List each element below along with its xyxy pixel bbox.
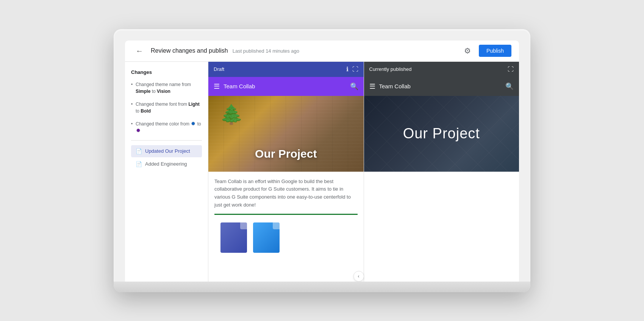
published-hero: Our Project xyxy=(364,96,519,172)
change-item-theme-color: Changed theme color from to xyxy=(131,121,202,134)
draft-panel-label: Draft xyxy=(214,66,346,72)
published-expand-icon[interactable]: ⛶ xyxy=(508,66,514,73)
nav-label-1: Updated Our Project xyxy=(145,148,190,154)
header-subtitle: Last published 14 minutes ago xyxy=(233,48,299,54)
draft-search-icon[interactable]: 🔍 xyxy=(350,82,358,91)
draft-header-icons: ℹ ⛶ xyxy=(346,66,358,73)
sidebar-divider xyxy=(131,140,202,141)
app-header: ← Review changes and publish Last publis… xyxy=(125,41,519,62)
laptop-screen: ← Review changes and publish Last publis… xyxy=(125,41,519,282)
change-from-2: Light xyxy=(188,102,199,107)
change-from-1: Simple xyxy=(136,89,150,94)
doc-shape-1 xyxy=(220,222,247,253)
draft-hero: Our Project xyxy=(208,96,364,172)
doc-icon-1: 📄 xyxy=(136,148,142,154)
draft-divider xyxy=(214,214,358,215)
sidebar-title: Changes xyxy=(131,69,202,75)
published-body xyxy=(364,172,519,282)
change-to-2: Bold xyxy=(141,108,151,114)
draft-site-title: Team Collab xyxy=(224,83,350,89)
draft-panel: Draft ℹ ⛶ ☰ Team Collab 🔍 xyxy=(208,62,364,282)
change-item-theme-name: Changed theme name from Simple to Vision xyxy=(131,81,202,95)
nav-item-engineering[interactable]: 📄 Added Engineering xyxy=(131,158,202,170)
draft-hero-title: Our Project xyxy=(255,147,317,160)
doc-shape-2 xyxy=(253,222,280,253)
change-item-theme-font: Changed theme font from Light to Bold xyxy=(131,101,202,114)
draft-panel-header: Draft ℹ ⛶ xyxy=(208,62,364,77)
published-search-icon[interactable]: 🔍 xyxy=(505,82,514,91)
publish-button[interactable]: Publish xyxy=(479,45,511,57)
preview-area: Draft ℹ ⛶ ☰ Team Collab 🔍 xyxy=(208,62,519,282)
published-panel-header: Currently published ⛶ xyxy=(364,62,519,77)
main-content: Changes Changed theme name from Simple t… xyxy=(125,62,519,282)
draft-site-header: ☰ Team Collab 🔍 xyxy=(208,77,364,96)
nav-label-2: Added Engineering xyxy=(145,161,187,167)
scroll-arrow-icon: ‹ xyxy=(358,274,360,279)
published-menu-icon[interactable]: ☰ xyxy=(369,82,375,91)
scroll-indicator[interactable]: ‹ xyxy=(353,271,364,282)
published-header-icons: ⛶ xyxy=(508,66,514,73)
change-to-1: Vision xyxy=(157,89,170,94)
laptop-frame: ← Review changes and publish Last publis… xyxy=(114,29,530,292)
laptop-base xyxy=(114,282,530,292)
draft-body-text: Team Collab is an effort within Google t… xyxy=(214,178,358,209)
published-panel-label: Currently published xyxy=(369,66,508,72)
published-panel: Currently published ⛶ ☰ Team Collab 🔍 Ou… xyxy=(364,62,519,282)
published-hero-title: Our Project xyxy=(403,125,480,142)
draft-menu-icon[interactable]: ☰ xyxy=(214,82,220,91)
draft-body: Team Collab is an effort within Google t… xyxy=(208,172,364,282)
draft-info-icon[interactable]: ℹ xyxy=(346,66,349,73)
color-dot-from xyxy=(191,122,195,125)
header-title: Review changes and publish xyxy=(151,47,228,54)
published-site-title: Team Collab xyxy=(379,83,506,89)
doc-icon-2: 📄 xyxy=(136,161,142,167)
settings-button[interactable]: ⚙ xyxy=(461,44,474,58)
published-site-header: ☰ Team Collab 🔍 xyxy=(364,77,519,96)
nav-item-our-project[interactable]: 📄 Updated Our Project xyxy=(131,145,202,157)
color-dot-to xyxy=(136,128,140,132)
sidebar: Changes Changed theme name from Simple t… xyxy=(125,62,208,282)
draft-hero-bg xyxy=(208,96,364,172)
draft-docs-row xyxy=(214,219,358,256)
back-button[interactable]: ← xyxy=(133,45,146,57)
draft-expand-icon[interactable]: ⛶ xyxy=(352,66,358,73)
